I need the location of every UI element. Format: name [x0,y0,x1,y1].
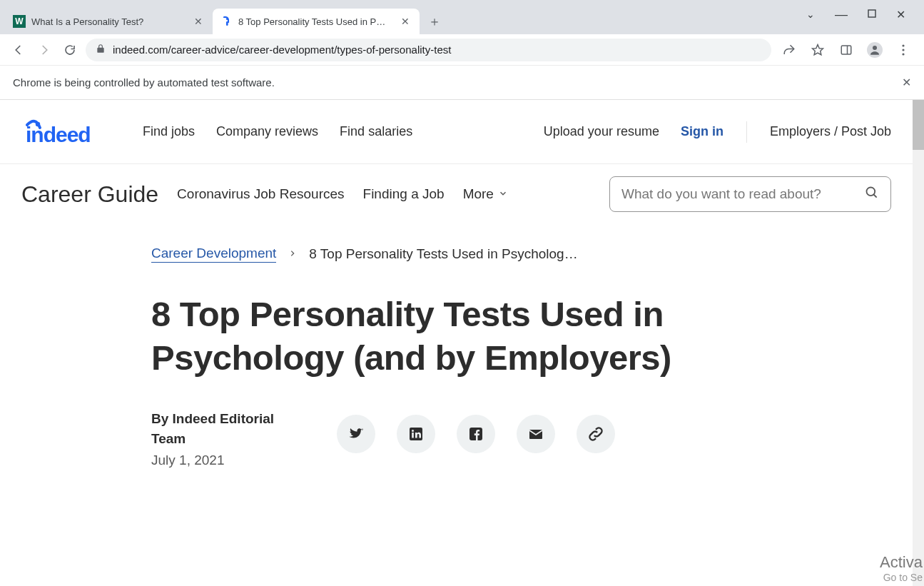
svg-marker-6 [813,44,823,54]
scrollbar-thumb[interactable] [913,100,924,150]
share-link-icon[interactable] [577,415,615,453]
window-controls: ⌄ — ✕ [806,0,924,29]
search-placeholder: What do you want to read about? [621,186,821,202]
side-panel-icon[interactable] [838,42,854,58]
subheader-links: Coronavirus Job Resources Finding a Job … [177,186,508,202]
tab-search-icon[interactable]: ⌄ [806,9,815,20]
site-header: indeed Find jobs Company reviews Find sa… [0,100,913,164]
scrollbar-track[interactable] [913,100,924,586]
share-email-icon[interactable] [517,415,555,453]
page-content: indeed Find jobs Company reviews Find sa… [0,100,913,586]
link-more[interactable]: More [463,186,508,202]
favicon-indeed [220,15,233,28]
infobar-message: Chrome is being controlled by automated … [13,76,275,89]
tab-title: 8 Top Personality Tests Used in P… [238,16,392,27]
nav-find-salaries[interactable]: Find salaries [340,124,412,139]
share-icon[interactable] [781,42,797,58]
svg-rect-4 [226,21,228,26]
infobar-close-icon[interactable]: ✕ [902,76,911,89]
favicon-verywell: W [13,15,26,28]
close-window-icon[interactable]: ✕ [896,8,905,21]
address-bar[interactable]: indeed.com/career-advice/career-developm… [86,39,771,61]
viewport: indeed Find jobs Company reviews Find sa… [0,100,924,586]
forward-button[interactable] [34,40,54,60]
back-button[interactable] [9,40,29,60]
svg-point-15 [867,188,875,196]
nav-sign-in[interactable]: Sign in [681,124,724,139]
new-tab-button[interactable]: ＋ [424,11,445,32]
article-title: 8 Top Personality Tests Used in Psycholo… [151,293,765,380]
nav-employers[interactable]: Employers / Post Job [770,124,891,139]
sub-header: Career Guide Coronavirus Job Resources F… [0,164,913,224]
kebab-menu-icon[interactable] [895,42,911,58]
tab-close-icon[interactable]: ✕ [191,14,205,29]
url-text: indeed.com/career-advice/career-developm… [113,44,451,56]
svg-rect-18 [412,433,414,438]
share-linkedin-icon[interactable] [397,415,435,453]
subheader-title[interactable]: Career Guide [21,181,158,208]
svg-point-3 [226,18,228,20]
breadcrumb-current: 8 Top Personality Tests Used in Psycholo… [309,246,577,262]
share-twitter-icon[interactable] [337,415,375,453]
automation-infobar: Chrome is being controlled by automated … [0,66,924,100]
link-coronavirus[interactable]: Coronavirus Job Resources [177,186,344,202]
toolbar-right [777,42,915,58]
article: Career Development 8 Top Personality Tes… [151,246,765,468]
bookmark-star-icon[interactable] [810,42,826,58]
share-facebook-icon[interactable] [457,415,495,453]
svg-rect-7 [841,46,851,54]
svg-text:W: W [15,16,24,26]
search-icon[interactable] [865,186,879,203]
browser-tab-2[interactable]: 8 Top Personality Tests Used in P… ✕ [213,9,420,34]
svg-line-16 [874,195,877,198]
nav-find-jobs[interactable]: Find jobs [143,124,195,139]
nav-divider [746,121,747,143]
nav-company-reviews[interactable]: Company reviews [216,124,318,139]
author: By Indeed Editorial Team [151,409,294,450]
reload-button[interactable] [60,40,80,60]
profile-avatar-icon[interactable] [867,42,883,58]
article-meta: By Indeed Editorial Team July 1, 2021 [151,409,765,468]
header-right-nav: Upload your resume Sign in Employers / P… [544,121,891,143]
minimize-icon[interactable]: — [835,7,848,22]
breadcrumb: Career Development 8 Top Personality Tes… [151,246,765,263]
tab-close-icon[interactable]: ✕ [398,14,412,29]
indeed-logo[interactable]: indeed [21,118,121,146]
browser-tabstrip: W What Is a Personality Test? ✕ 8 Top Pe… [0,0,924,34]
browser-toolbar: indeed.com/career-advice/career-developm… [0,34,924,66]
share-row [337,415,615,453]
svg-point-10 [902,44,904,46]
link-finding-job[interactable]: Finding a Job [363,186,445,202]
chevron-right-icon [289,248,296,261]
breadcrumb-parent[interactable]: Career Development [151,246,276,263]
svg-text:indeed: indeed [26,123,91,146]
maximize-icon[interactable] [868,9,876,20]
svg-point-11 [902,49,904,51]
svg-rect-5 [868,10,875,17]
svg-point-9 [873,46,877,50]
nav-upload-resume[interactable]: Upload your resume [544,124,659,139]
main-nav: Find jobs Company reviews Find salaries [143,124,412,139]
publish-date: July 1, 2021 [151,453,294,468]
lock-icon [96,44,106,56]
svg-point-19 [412,430,414,432]
byline: By Indeed Editorial Team July 1, 2021 [151,409,294,468]
search-input[interactable]: What do you want to read about? [609,176,891,212]
svg-point-12 [902,53,904,55]
chevron-down-icon [498,186,508,202]
browser-tab-1[interactable]: W What Is a Personality Test? ✕ [6,9,213,34]
tab-title: What Is a Personality Test? [31,16,186,27]
